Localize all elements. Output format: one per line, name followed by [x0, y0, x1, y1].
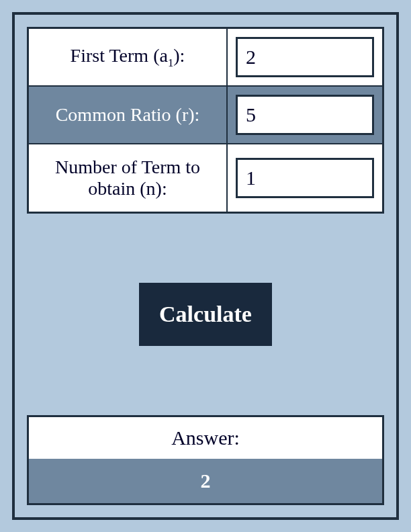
num-terms-label: Number of Term to obtain (n): [29, 144, 228, 212]
answer-label: Answer: [29, 417, 382, 459]
num-terms-input-cell [228, 144, 382, 212]
num-terms-row: Number of Term to obtain (n): [29, 144, 382, 212]
common-ratio-row: Common Ratio (r): [29, 87, 382, 144]
calculate-area: Calculate [27, 214, 384, 415]
answer-box: Answer: 2 [27, 415, 384, 505]
first-term-input-cell [228, 29, 382, 85]
calculate-button[interactable]: Calculate [139, 283, 272, 346]
input-table: First Term (a1): Common Ratio (r): Numbe… [27, 27, 384, 214]
first-term-input[interactable] [236, 37, 374, 77]
first-term-row: First Term (a1): [29, 29, 382, 87]
common-ratio-input-cell [228, 87, 382, 143]
first-term-label: First Term (a1): [29, 29, 228, 85]
common-ratio-label: Common Ratio (r): [29, 87, 228, 143]
answer-value: 2 [29, 459, 382, 503]
calculator-panel: First Term (a1): Common Ratio (r): Numbe… [12, 12, 399, 520]
num-terms-input[interactable] [236, 158, 374, 198]
common-ratio-input[interactable] [236, 95, 374, 135]
